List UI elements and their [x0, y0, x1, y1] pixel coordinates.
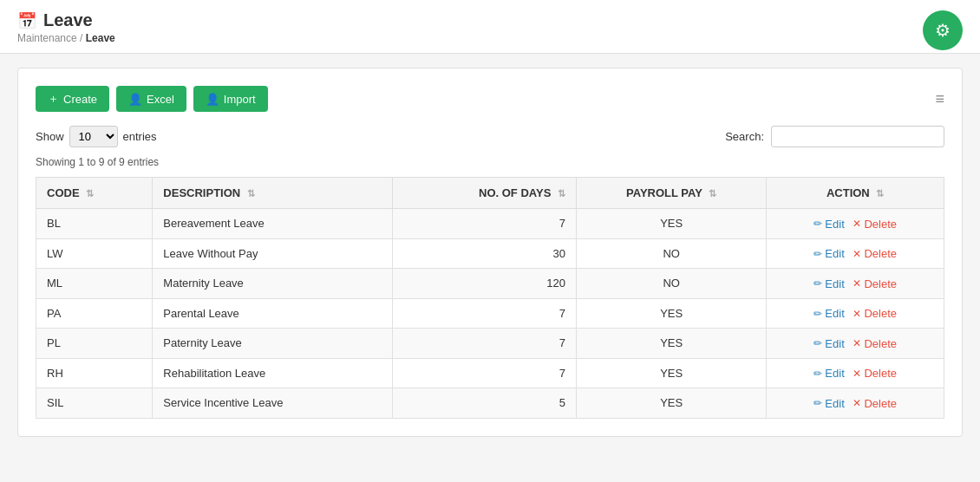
- toolbar: ＋ Create 👤 Excel 👤 Import ≡: [36, 86, 944, 112]
- search-label: Search:: [725, 130, 764, 143]
- cell-code: RH: [36, 358, 153, 388]
- delete-button[interactable]: ✕ Delete: [853, 367, 897, 380]
- edit-icon: ✏: [813, 218, 822, 230]
- delete-icon: ✕: [853, 368, 861, 380]
- edit-button[interactable]: ✏ Edit: [813, 367, 844, 380]
- leave-table: CODE ⇅ DESCRIPTION ⇅ NO. OF DAYS ⇅ PAYRO…: [36, 177, 944, 419]
- delete-icon: ✕: [853, 397, 861, 409]
- table-header: CODE ⇅ DESCRIPTION ⇅ NO. OF DAYS ⇅ PAYRO…: [36, 178, 944, 209]
- cell-description: Paternity Leave: [153, 329, 393, 359]
- cell-code: ML: [36, 269, 153, 299]
- table-row: RH Rehabilitation Leave 7 YES ✏ Edit ✕ D…: [36, 358, 944, 388]
- cell-days: 7: [392, 209, 576, 239]
- cell-action: ✏ Edit ✕ Delete: [767, 269, 944, 299]
- search-box: Search:: [725, 126, 944, 147]
- cell-days: 7: [392, 358, 576, 388]
- breadcrumb-separator: /: [80, 32, 82, 44]
- edit-button[interactable]: ✏ Edit: [813, 218, 844, 231]
- cell-code: SIL: [36, 388, 153, 419]
- cell-days: 120: [392, 269, 576, 299]
- cell-description: Service Incentive Leave: [153, 388, 393, 419]
- cell-payroll: YES: [576, 209, 766, 239]
- cell-action: ✏ Edit ✕ Delete: [767, 388, 944, 419]
- toolbar-left: ＋ Create 👤 Excel 👤 Import: [36, 86, 268, 112]
- table-row: ML Maternity Leave 120 NO ✏ Edit ✕ Delet…: [36, 269, 944, 299]
- edit-icon: ✏: [813, 248, 822, 260]
- col-description[interactable]: DESCRIPTION ⇅: [153, 178, 393, 209]
- delete-button[interactable]: ✕ Delete: [853, 277, 897, 290]
- entries-select[interactable]: 102550100: [69, 126, 118, 147]
- edit-button[interactable]: ✏ Edit: [813, 277, 844, 290]
- entries-label: entries: [123, 130, 157, 143]
- sort-icon-payroll: ⇅: [709, 188, 716, 199]
- edit-icon: ✏: [813, 277, 822, 290]
- cell-description: Bereavement Leave: [153, 209, 393, 239]
- delete-button[interactable]: ✕ Delete: [853, 307, 897, 320]
- cell-payroll: YES: [576, 388, 766, 419]
- delete-icon: ✕: [853, 337, 861, 349]
- cell-action: ✏ Edit ✕ Delete: [767, 209, 944, 239]
- cell-payroll: YES: [576, 298, 766, 329]
- content-card: ＋ Create 👤 Excel 👤 Import ≡ Show 1025501…: [17, 68, 963, 437]
- import-button[interactable]: 👤 Import: [193, 86, 268, 112]
- delete-button[interactable]: ✕ Delete: [853, 247, 897, 260]
- cell-description: Rehabilitation Leave: [153, 358, 393, 388]
- cell-code: PA: [36, 298, 153, 329]
- cell-payroll: YES: [576, 329, 766, 359]
- edit-icon: ✏: [813, 308, 822, 320]
- create-button[interactable]: ＋ Create: [36, 86, 109, 112]
- cell-description: Parental Leave: [153, 298, 393, 329]
- delete-button[interactable]: ✕ Delete: [853, 337, 897, 350]
- col-payroll-pay[interactable]: PAYROLL PAY ⇅: [576, 178, 766, 209]
- breadcrumb-parent[interactable]: Maintenance: [17, 32, 77, 44]
- cell-payroll: YES: [576, 358, 766, 388]
- cell-days: 7: [392, 329, 576, 359]
- cell-code: BL: [36, 209, 153, 239]
- table-controls: Show 102550100 entries Search:: [36, 126, 944, 147]
- table-row: SIL Service Incentive Leave 5 YES ✏ Edit…: [36, 388, 944, 419]
- plus-icon: ＋: [48, 91, 59, 107]
- cell-description: Maternity Leave: [153, 269, 393, 299]
- cell-action: ✏ Edit ✕ Delete: [767, 238, 944, 269]
- page-title: Leave: [43, 10, 93, 30]
- header-left: 📅 Leave Maintenance / Leave: [17, 10, 115, 44]
- edit-button[interactable]: ✏ Edit: [813, 397, 844, 410]
- showing-info: Showing 1 to 9 of 9 entries: [36, 156, 944, 168]
- cell-days: 7: [392, 298, 576, 329]
- menu-icon[interactable]: ≡: [935, 90, 944, 108]
- delete-button[interactable]: ✕ Delete: [853, 397, 897, 410]
- delete-icon: ✕: [853, 277, 861, 290]
- cell-action: ✏ Edit ✕ Delete: [767, 298, 944, 329]
- breadcrumb-current: Leave: [86, 32, 115, 44]
- cell-code: LW: [36, 238, 153, 269]
- col-code[interactable]: CODE ⇅: [36, 178, 153, 209]
- delete-button[interactable]: ✕ Delete: [853, 218, 897, 231]
- cell-action: ✏ Edit ✕ Delete: [767, 358, 944, 388]
- edit-button[interactable]: ✏ Edit: [813, 337, 844, 350]
- delete-icon: ✕: [853, 218, 861, 230]
- cell-days: 30: [392, 238, 576, 269]
- cell-payroll: NO: [576, 238, 766, 269]
- edit-icon: ✏: [813, 368, 822, 380]
- cell-description: Leave Without Pay: [153, 238, 393, 269]
- page-title-row: 📅 Leave: [17, 10, 115, 30]
- sort-icon-description: ⇅: [247, 188, 255, 199]
- table-row: LW Leave Without Pay 30 NO ✏ Edit ✕ Dele…: [36, 238, 944, 269]
- col-action[interactable]: ACTION ⇅: [767, 178, 944, 209]
- cell-days: 5: [392, 388, 576, 419]
- edit-button[interactable]: ✏ Edit: [813, 307, 844, 320]
- gear-button[interactable]: ⚙: [923, 10, 963, 50]
- cell-payroll: NO: [576, 269, 766, 299]
- main-content: ＋ Create 👤 Excel 👤 Import ≡ Show 1025501…: [0, 54, 980, 451]
- show-label: Show: [36, 130, 64, 143]
- delete-icon: ✕: [853, 308, 861, 320]
- col-no-of-days[interactable]: NO. OF DAYS ⇅: [392, 178, 576, 209]
- show-entries: Show 102550100 entries: [36, 126, 157, 147]
- sort-icon-days: ⇅: [558, 188, 565, 199]
- cell-code: PL: [36, 329, 153, 359]
- excel-button[interactable]: 👤 Excel: [116, 86, 186, 112]
- table-row: PA Parental Leave 7 YES ✏ Edit ✕ Delete: [36, 298, 944, 329]
- search-input[interactable]: [771, 126, 944, 147]
- edit-button[interactable]: ✏ Edit: [813, 247, 844, 260]
- sort-icon-code: ⇅: [86, 188, 94, 199]
